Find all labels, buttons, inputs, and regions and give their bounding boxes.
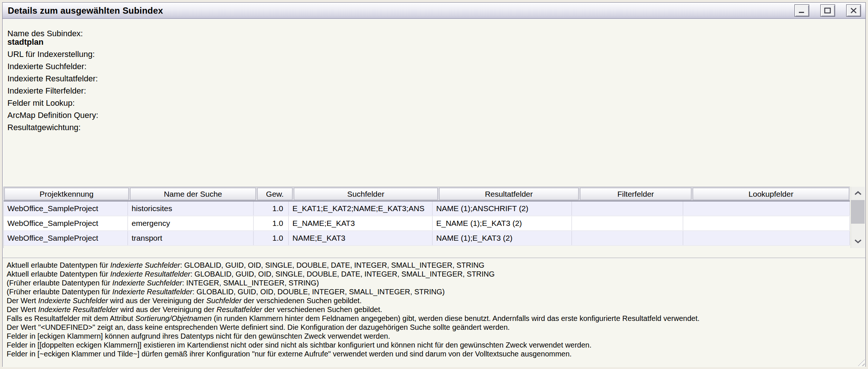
field-label: Indexierte Resultatfelder: <box>7 74 861 83</box>
field-label: Felder mit Lookup: <box>7 99 861 107</box>
chevron-up-icon <box>854 190 862 197</box>
column-header-projektkennung[interactable]: Projektkennung <box>4 188 129 200</box>
detail-field-name-des-subindex: Name des Subindex:stadtplan <box>7 29 861 46</box>
table-header-row: ProjektkennungName der SucheGew.Suchfeld… <box>4 187 850 202</box>
column-header-name-der-suche[interactable]: Name der Suche <box>130 188 256 200</box>
vertical-scrollbar[interactable] <box>851 187 865 248</box>
dialog-window: Details zum ausgewählten Subindex Name d… <box>2 2 866 367</box>
close-button[interactable] <box>846 4 861 17</box>
column-header-resultatfelder[interactable]: Resultatfelder <box>439 188 579 200</box>
cell-suchfelder: NAME;E_KAT3 <box>289 231 433 245</box>
footer-line: (Früher erlaubte Datentypen für Indexier… <box>7 278 862 287</box>
minimize-button[interactable] <box>794 4 809 17</box>
detail-field-indexierte-filterfelder: Indexierte Filterfelder: <box>7 87 861 95</box>
footer-line: Felder in [~eckigen Klammer und Tilde~] … <box>7 349 862 358</box>
field-label: URL für Indexerstellung: <box>7 50 861 58</box>
footer-line: Aktuell erlaubte Datentypen für Indexier… <box>7 261 862 270</box>
maximize-button[interactable] <box>820 4 835 17</box>
field-label: Indexierte Suchfelder: <box>7 62 861 71</box>
table-row-transport[interactable]: WebOffice_SampleProjecttransport1.0NAME;… <box>4 231 850 246</box>
cell-resultatfelder: NAME (1);ANSCHRIFT (2) <box>433 202 572 216</box>
cell-projektkennung: WebOffice_SampleProject <box>4 231 128 245</box>
column-header-suchfelder[interactable]: Suchfelder <box>294 188 438 200</box>
table-body: WebOffice_SampleProjecthistoricsites1.0E… <box>4 202 850 246</box>
table-row-historicsites[interactable]: WebOffice_SampleProjecthistoricsites1.0E… <box>4 202 850 216</box>
window-controls <box>783 4 861 17</box>
dialog-content: Name des Subindex:stadtplanURL für Index… <box>3 19 865 367</box>
cell-name-der-suche: emergency <box>128 216 254 230</box>
scrollbar-thumb[interactable] <box>851 200 865 224</box>
cell-lookupfelder <box>683 231 850 245</box>
detail-field-resultatgewichtung: Resultatgewichtung: <box>7 123 861 132</box>
scroll-up-button[interactable] <box>851 187 865 200</box>
field-label: Indexierte Filterfelder: <box>7 87 861 95</box>
minimize-icon <box>798 8 806 14</box>
footer-line: (Früher erlaubte Datentypen für Indexier… <box>7 287 862 296</box>
cell-name-der-suche: historicsites <box>128 202 254 216</box>
cell-name-der-suche: transport <box>128 231 254 245</box>
scroll-down-button[interactable] <box>851 235 865 248</box>
cell-projektkennung: WebOffice_SampleProject <box>4 216 128 230</box>
search-table-widget: ProjektkennungName der SucheGew.Suchfeld… <box>3 187 865 248</box>
maximize-icon <box>824 7 831 14</box>
cell-filterfelder <box>572 216 683 230</box>
chevron-down-icon <box>854 238 862 245</box>
footer-line: Felder in [eckigen Klammern] können aufg… <box>7 332 862 341</box>
field-label: Name des Subindex: <box>7 29 861 38</box>
cell-suchfelder: E_NAME;E_KAT3 <box>289 216 433 230</box>
detail-field-indexierte-suchfelder: Indexierte Suchfelder: <box>7 62 861 71</box>
column-header-lookupfelder[interactable]: Lookupfelder <box>693 188 849 200</box>
footer-line: Falls es Resultatfelder mit dem Attribut… <box>7 314 862 323</box>
detail-field-felder-mit-lookup: Felder mit Lookup: <box>7 99 861 107</box>
detail-field-indexierte-resultatfelder: Indexierte Resultatfelder: <box>7 74 861 83</box>
cell-projektkennung: WebOffice_SampleProject <box>4 202 128 216</box>
search-table: ProjektkennungName der SucheGew.Suchfeld… <box>3 187 850 248</box>
cell-lookupfelder <box>683 202 850 216</box>
cell-gew: 1.0 <box>254 231 289 245</box>
cell-suchfelder: E_KAT1;E_KAT2;NAME;E_KAT3;ANS <box>289 202 433 216</box>
field-label: Resultatgewichtung: <box>7 123 861 132</box>
close-icon <box>850 7 857 14</box>
cell-resultatfelder: E_NAME (1);E_KAT3 (2) <box>433 216 572 230</box>
footer-line: Aktuell erlaubte Datentypen für Indexier… <box>7 270 862 278</box>
subindex-details: Name des Subindex:stadtplanURL für Index… <box>3 20 865 187</box>
field-label: ArcMap Definition Query: <box>7 111 861 119</box>
cell-lookupfelder <box>683 216 850 230</box>
footer-notes: Aktuell erlaubte Datentypen für Indexier… <box>3 258 865 367</box>
cell-filterfelder <box>572 202 683 216</box>
cell-gew: 1.0 <box>254 202 289 216</box>
cell-resultatfelder: NAME (1);E_KAT3 (2) <box>433 231 572 245</box>
detail-field-url-f-r-indexerstellung: URL für Indexerstellung: <box>7 50 861 58</box>
footer-line: Der Wert Indexierte Resultatfelder wird … <box>7 305 862 314</box>
field-value: stadtplan <box>7 38 861 46</box>
detail-field-arcmap-definition-query: ArcMap Definition Query: <box>7 111 861 119</box>
footer-line: Felder in [[doppelten eckigen Klammern]]… <box>7 341 862 349</box>
window-title: Details zum ausgewählten Subindex <box>8 6 163 16</box>
cell-filterfelder <box>572 231 683 245</box>
column-header-gew[interactable]: Gew. <box>257 188 292 200</box>
footer-line: Der Wert Indexierte Suchfelder wird aus … <box>7 296 862 305</box>
cell-gew: 1.0 <box>254 216 289 230</box>
column-header-filterfelder[interactable]: Filterfelder <box>580 188 691 200</box>
footer-line: Der Wert "<UNDEFINED>" zeigt an, dass ke… <box>7 323 862 332</box>
table-row-emergency[interactable]: WebOffice_SampleProjectemergency1.0E_NAM… <box>4 216 850 231</box>
title-bar[interactable]: Details zum ausgewählten Subindex <box>3 3 865 19</box>
